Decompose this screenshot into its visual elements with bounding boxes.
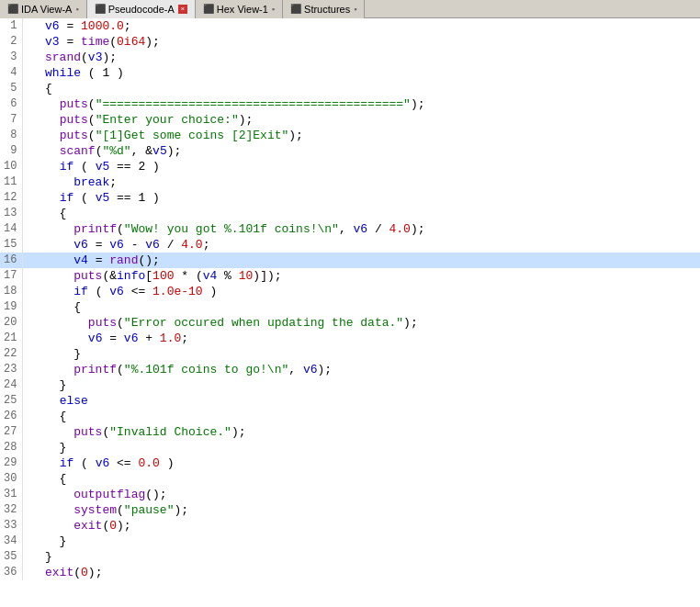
code-content: { <box>23 409 700 424</box>
code-row: 15 v6 = v6 - v6 / 4.0; <box>0 237 700 253</box>
line-number: 10 <box>0 159 23 174</box>
tab-ida-view[interactable]: ⬛ IDA View-A ▪ <box>0 0 87 18</box>
code-content: if ( v5 == 1 ) <box>23 190 700 206</box>
code-content: v4 = rand(); <box>23 253 700 268</box>
code-content: srand(v3); <box>23 50 700 65</box>
code-row: 10 if ( v5 == 2 ) <box>0 159 700 174</box>
code-row: 34 } <box>0 534 700 549</box>
tab-structures[interactable]: ⬛ Structures ▪ <box>283 0 365 18</box>
code-row: 26 { <box>0 409 700 424</box>
code-row: 29 if ( v6 <= 0.0 ) <box>0 455 700 471</box>
code-row: 20 puts("Error occured when updating the… <box>0 315 700 331</box>
line-number: 27 <box>0 424 23 440</box>
code-content: { <box>23 299 700 315</box>
code-content: puts("==================================… <box>23 96 700 112</box>
tab-hex-view[interactable]: ⬛ Hex View-1 ▪ <box>196 0 283 18</box>
code-content: puts("Invalid Choice."); <box>23 424 700 440</box>
line-number: 9 <box>0 143 23 159</box>
code-row: 9 scanf("%d", &v5); <box>0 143 700 159</box>
code-content: } <box>23 440 700 455</box>
code-row: 2 v3 = time(0i64); <box>0 34 700 50</box>
line-number: 23 <box>0 362 23 377</box>
code-content: break; <box>23 174 700 190</box>
code-row: 3 srand(v3); <box>0 50 700 65</box>
code-content: } <box>23 549 700 565</box>
line-number: 26 <box>0 409 23 424</box>
code-content: printf("Wow! you got %.101f coins!\n", v… <box>23 221 700 237</box>
code-content: while ( 1 ) <box>23 65 700 81</box>
code-row: 6 puts("================================… <box>0 96 700 112</box>
code-row: 17 puts(&info[100 * (v4 % 10)]); <box>0 268 700 284</box>
tab-label: Hex View-1 <box>217 4 268 15</box>
code-content: puts("Error occured when updating the da… <box>23 315 700 331</box>
tab-close-icon[interactable]: × <box>178 5 187 14</box>
code-row: 18 if ( v6 <= 1.0e-10 ) <box>0 284 700 299</box>
code-row: 14 printf("Wow! you got %.101f coins!\n"… <box>0 221 700 237</box>
code-content: exit(0); <box>23 518 700 534</box>
line-number: 24 <box>0 377 23 393</box>
line-number: 11 <box>0 174 23 190</box>
line-number: 20 <box>0 315 23 331</box>
code-content: v6 = v6 + 1.0; <box>23 331 700 346</box>
tab-indicator3: ▪ <box>354 5 356 14</box>
code-row: 22 } <box>0 346 700 362</box>
code-row: 35 } <box>0 549 700 565</box>
line-number: 3 <box>0 50 23 65</box>
code-row: 13 { <box>0 206 700 221</box>
line-number: 5 <box>0 81 23 96</box>
line-number: 33 <box>0 518 23 534</box>
line-number: 21 <box>0 331 23 346</box>
tab-label: Pseudocode-A <box>108 4 175 15</box>
struct-icon: ⬛ <box>290 4 301 14</box>
tab-indicator: ▪ <box>75 5 78 14</box>
code-row: 1 v6 = 1000.0; <box>0 18 700 34</box>
line-number: 36 <box>0 565 23 580</box>
line-number: 8 <box>0 128 23 143</box>
code-row: 19 { <box>0 299 700 315</box>
code-content: system("pause"); <box>23 502 700 518</box>
code-content: if ( v5 == 2 ) <box>23 159 700 174</box>
code-content: puts("Enter your choice:"); <box>23 112 700 128</box>
code-row: 23 printf("%.101f coins to go!\n", v6); <box>0 362 700 377</box>
line-number: 15 <box>0 237 23 253</box>
code-content: { <box>23 471 700 487</box>
line-number: 6 <box>0 96 23 112</box>
code-content: { <box>23 206 700 221</box>
code-icon: ⬛ <box>95 4 106 14</box>
code-row: 8 puts("[1]Get some coins [2]Exit"); <box>0 128 700 143</box>
code-content: if ( v6 <= 0.0 ) <box>23 455 700 471</box>
code-content: v3 = time(0i64); <box>23 34 700 50</box>
line-number: 31 <box>0 487 23 502</box>
code-row: 30 { <box>0 471 700 487</box>
code-row: 7 puts("Enter your choice:"); <box>0 112 700 128</box>
line-number: 2 <box>0 34 23 50</box>
code-content: puts("[1]Get some coins [2]Exit"); <box>23 128 700 143</box>
code-content: } <box>23 346 700 362</box>
code-row: 27 puts("Invalid Choice."); <box>0 424 700 440</box>
line-number: 1 <box>0 18 23 34</box>
line-number: 35 <box>0 549 23 565</box>
code-row: 36 exit(0); <box>0 565 700 580</box>
code-row: 24 } <box>0 377 700 393</box>
code-row: 5 { <box>0 81 700 96</box>
line-number: 18 <box>0 284 23 299</box>
tab-bar: ⬛ IDA View-A ▪ ⬛ Pseudocode-A × ⬛ Hex Vi… <box>0 0 700 18</box>
tab-pseudocode[interactable]: ⬛ Pseudocode-A × <box>87 0 196 18</box>
line-number: 34 <box>0 534 23 549</box>
code-row: 12 if ( v5 == 1 ) <box>0 190 700 206</box>
line-number: 17 <box>0 268 23 284</box>
line-number: 4 <box>0 65 23 81</box>
code-row: 4 while ( 1 ) <box>0 65 700 81</box>
line-number: 29 <box>0 455 23 471</box>
code-content: outputflag(); <box>23 487 700 502</box>
line-number: 28 <box>0 440 23 455</box>
code-content: puts(&info[100 * (v4 % 10)]); <box>23 268 700 284</box>
code-row: 32 system("pause"); <box>0 502 700 518</box>
code-content: } <box>23 377 700 393</box>
code-content: exit(0); <box>23 565 700 580</box>
line-number: 14 <box>0 221 23 237</box>
code-content: { <box>23 81 700 96</box>
code-row: 21 v6 = v6 + 1.0; <box>0 331 700 346</box>
tab-label: IDA View-A <box>21 4 72 15</box>
line-number: 16 <box>0 253 23 268</box>
